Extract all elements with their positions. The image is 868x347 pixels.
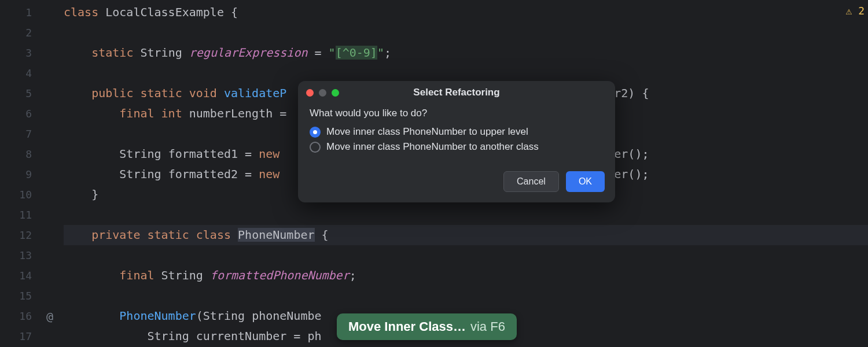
line-gutter: 12345678910111213141516@17	[0, 0, 64, 347]
radio-label: Move inner class PhoneNumber to another …	[326, 141, 539, 153]
radio-icon[interactable]	[310, 142, 321, 153]
code-line: static String regularExpression = "[^0-9…	[64, 43, 868, 63]
dialog-titlebar: Select Refactoring	[298, 81, 615, 104]
line-number: 2	[0, 23, 64, 43]
code-line	[64, 205, 868, 225]
radio-icon[interactable]	[310, 127, 321, 138]
line-number: 6	[0, 104, 64, 124]
zoom-icon[interactable]	[332, 89, 339, 97]
line-number: 7	[0, 124, 64, 144]
code-line	[64, 245, 868, 265]
line-number: 4	[0, 63, 64, 83]
ok-button[interactable]: OK	[566, 171, 605, 192]
minimize-icon[interactable]	[319, 89, 326, 97]
code-line	[64, 23, 868, 43]
code-line: private static class PhoneNumber {	[64, 225, 868, 245]
line-number: 9	[0, 164, 64, 184]
code-line: class LocalClassExample {	[64, 2, 868, 23]
code-line	[64, 63, 868, 83]
line-number: 1	[0, 2, 64, 23]
line-number: 3	[0, 43, 64, 63]
line-number: 12	[0, 225, 64, 245]
shortcut-hint: Move Inner Class… via F6	[337, 313, 517, 340]
line-number: 11	[0, 205, 64, 225]
hint-action: Move Inner Class…	[348, 319, 466, 334]
code-line	[64, 286, 868, 306]
radio-option[interactable]: Move inner class PhoneNumber to another …	[310, 141, 604, 153]
cancel-button[interactable]: Cancel	[503, 171, 559, 192]
dialog-title: Select Refactoring	[298, 87, 615, 98]
hint-via: via F6	[470, 319, 505, 334]
line-number: 10	[0, 184, 64, 205]
radio-option[interactable]: Move inner class PhoneNumber to upper le…	[310, 126, 604, 138]
warning-icon[interactable]: ⚠ 2	[845, 5, 865, 17]
line-number: 13	[0, 245, 64, 265]
line-number: 16@	[0, 306, 64, 326]
close-icon[interactable]	[306, 89, 314, 97]
code-line: final String formattedPhoneNumber;	[64, 265, 868, 286]
window-controls	[306, 89, 339, 97]
radio-label: Move inner class PhoneNumber to upper le…	[326, 126, 528, 138]
gutter-annotation-icon: @	[46, 306, 53, 326]
line-number: 14	[0, 265, 64, 286]
line-number: 8	[0, 144, 64, 164]
line-number: 15	[0, 286, 64, 306]
refactoring-dialog: Select Refactoring What would you like t…	[298, 81, 615, 202]
line-number: 5	[0, 83, 64, 104]
dialog-prompt: What would you like to do?	[310, 108, 604, 119]
line-number: 17	[0, 326, 64, 346]
warning-count: 2	[858, 5, 865, 17]
